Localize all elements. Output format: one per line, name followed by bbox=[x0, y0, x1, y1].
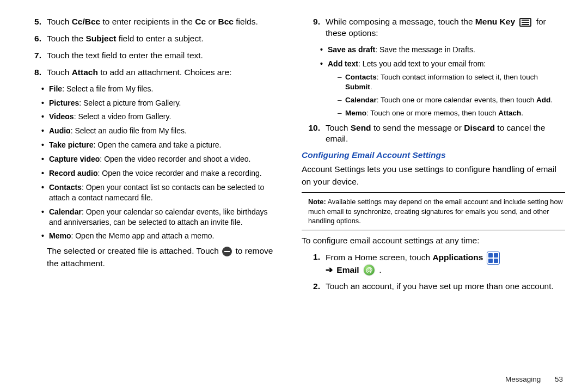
config-step-2: 2. Touch an account, if you have set up … bbox=[302, 281, 565, 292]
manual-page: 5. Touch Cc/Bcc to enter recipients in t… bbox=[0, 0, 588, 392]
bullet-memo: Memo: Open the Memo app and attach a mem… bbox=[41, 231, 280, 241]
bullet-file: File: Select a file from My files. bbox=[41, 84, 280, 94]
bullet-record-audio: Record audio: Open the voice recorder an… bbox=[41, 168, 280, 179]
step-body: Touch Cc/Bcc to enter recipients in the … bbox=[47, 16, 280, 28]
bullet-contacts: Contacts: Open your contact list so cont… bbox=[41, 182, 280, 203]
step-8: 8. Touch Attach to add an attachment. Ch… bbox=[23, 67, 280, 78]
bullet-capture-video: Capture video: Open the video recorder a… bbox=[41, 154, 280, 164]
step-body: Touch an account, if you have set up mor… bbox=[326, 281, 565, 292]
divider-bottom bbox=[302, 230, 565, 230]
bullet-save-draft: Save as draft: Save the message in Draft… bbox=[320, 45, 565, 55]
step-body: Touch the text field to enter the email … bbox=[47, 50, 280, 62]
step-number: 1. bbox=[302, 252, 326, 276]
remove-minus-icon bbox=[222, 247, 232, 256]
bullet-audio: Audio: Select an audio file from My file… bbox=[41, 126, 280, 136]
step-number: 6. bbox=[23, 33, 47, 45]
footer-page-number: 53 bbox=[555, 375, 563, 383]
step-9: 9. While composing a message, touch the … bbox=[302, 16, 565, 39]
dash-calendar: Calendar: Touch one or more calendar eve… bbox=[338, 95, 565, 105]
page-footer: Messaging 53 bbox=[505, 375, 563, 383]
step-10: 10. Touch Send to send the message or Di… bbox=[302, 122, 565, 145]
menu-key-icon bbox=[519, 18, 531, 27]
right-column: 9. While composing a message, touch the … bbox=[294, 13, 565, 388]
email-app-icon: @ bbox=[364, 265, 375, 275]
step-body: From a Home screen, touch Applications ➔… bbox=[326, 252, 565, 276]
section-heading: Configuring Email Account Settings bbox=[302, 150, 565, 160]
left-column: 5. Touch Cc/Bcc to enter recipients in t… bbox=[23, 13, 294, 388]
step-body: While composing a message, touch the Men… bbox=[326, 16, 565, 39]
dash-contacts: Contacts: Touch contact information to s… bbox=[338, 72, 565, 92]
divider-top bbox=[302, 192, 565, 193]
step-number: 7. bbox=[23, 50, 47, 62]
step-number: 9. bbox=[302, 16, 326, 39]
note-block: Note: Available settings may depend on t… bbox=[302, 197, 565, 225]
configure-lead: To configure email account settings at a… bbox=[302, 235, 565, 247]
remove-attachment-note: The selected or created file is attached… bbox=[47, 245, 280, 270]
bullet-calendar: Calendar: Open your calendar so calendar… bbox=[41, 207, 280, 228]
bullet-videos: Videos: Select a video from Gallery. bbox=[41, 112, 280, 122]
add-text-sources: Contacts: Touch contact information to s… bbox=[338, 72, 565, 119]
step-number: 2. bbox=[302, 281, 326, 292]
config-step-1: 1. From a Home screen, touch Application… bbox=[302, 252, 565, 276]
step-number: 5. bbox=[23, 16, 47, 28]
step-5: 5. Touch Cc/Bcc to enter recipients in t… bbox=[23, 16, 280, 28]
bullet-take-picture: Take picture: Open the camera and take a… bbox=[41, 140, 280, 150]
step-number: 10. bbox=[302, 122, 326, 145]
bullet-add-text: Add text: Lets you add text to your emai… bbox=[320, 59, 565, 119]
arrow-icon: ➔ bbox=[326, 265, 333, 274]
section-intro: Account Settings lets you use settings t… bbox=[302, 163, 565, 188]
applications-icon bbox=[487, 252, 500, 265]
step-number: 8. bbox=[23, 67, 47, 78]
footer-section: Messaging bbox=[505, 375, 541, 383]
dash-memo: Memo: Touch one or more memos, then touc… bbox=[338, 108, 565, 118]
bullet-pictures: Pictures: Select a picture from Gallery. bbox=[41, 98, 280, 108]
step-7: 7. Touch the text field to enter the ema… bbox=[23, 50, 280, 62]
step-body: Touch the Subject field to enter a subje… bbox=[47, 33, 280, 45]
menu-options: Save as draft: Save the message in Draft… bbox=[320, 45, 565, 119]
step-body: Touch Send to send the message or Discar… bbox=[326, 122, 565, 145]
step-6: 6. Touch the Subject field to enter a su… bbox=[23, 33, 280, 45]
step-body: Touch Attach to add an attachment. Choic… bbox=[47, 67, 280, 78]
attach-options: File: Select a file from My files. Pictu… bbox=[41, 84, 280, 242]
